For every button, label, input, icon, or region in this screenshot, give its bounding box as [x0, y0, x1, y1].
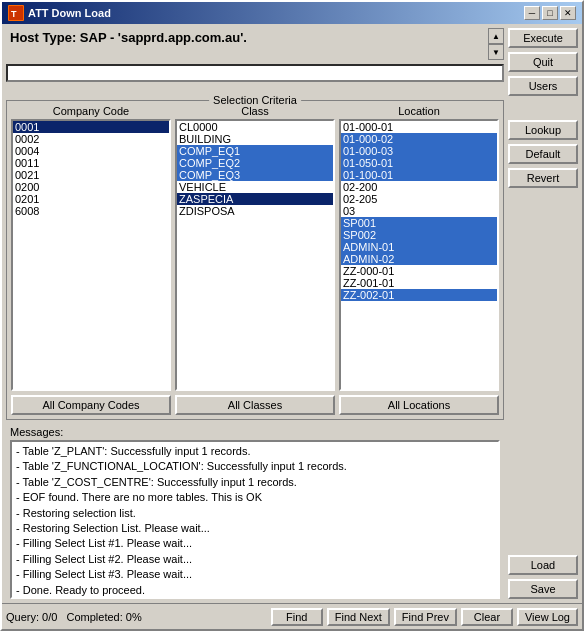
- list-item[interactable]: ADMIN-01: [341, 241, 497, 253]
- location-header: Location: [339, 105, 499, 117]
- message-line: - Done. Ready to proceed.: [16, 583, 494, 598]
- query-status: Query: 0/0 Completed: 0%: [6, 611, 267, 623]
- clear-button[interactable]: Clear: [461, 608, 513, 626]
- find-prev-button[interactable]: Find Prev: [394, 608, 457, 626]
- location-column: Location 01-000-0101-000-0201-000-0301-0…: [339, 105, 499, 391]
- list-item[interactable]: ZZ-000-01: [341, 265, 497, 277]
- message-line: - Filling Select List #3. Please wait...: [16, 567, 494, 582]
- list-item[interactable]: 01-050-01: [341, 157, 497, 169]
- list-item[interactable]: ZZ-001-01: [341, 277, 497, 289]
- list-item[interactable]: 01-000-01: [341, 121, 497, 133]
- list-item[interactable]: ZASPECIA: [177, 193, 333, 205]
- list-item[interactable]: 0200: [13, 181, 169, 193]
- right-side-buttons: Lookup Default Revert Load Save: [508, 100, 578, 599]
- close-button[interactable]: ✕: [560, 6, 576, 20]
- address-bar[interactable]: [6, 64, 504, 82]
- title-bar-left: T ATT Down Load: [8, 5, 111, 21]
- lookup-button[interactable]: Lookup: [508, 120, 578, 140]
- list-item[interactable]: ZZ-002-01: [341, 289, 497, 301]
- title-bar-controls: ─ □ ✕: [524, 6, 576, 20]
- message-line: - Table 'Z_FUNCTIONAL_LOCATION': Success…: [16, 459, 494, 474]
- list-item[interactable]: 0004: [13, 145, 169, 157]
- list-item[interactable]: 0201: [13, 193, 169, 205]
- svg-text:T: T: [11, 9, 17, 19]
- list-item[interactable]: 0011: [13, 157, 169, 169]
- list-item[interactable]: 03: [341, 205, 497, 217]
- revert-button[interactable]: Revert: [508, 168, 578, 188]
- company-code-column: Company Code 000100020004001100210200020…: [11, 105, 171, 391]
- save-button[interactable]: Save: [508, 579, 578, 599]
- list-item[interactable]: COMP_EQ3: [177, 169, 333, 181]
- messages-box[interactable]: - Table 'Z_PLANT': Successfully input 1 …: [10, 440, 500, 599]
- scroll-down-button[interactable]: ▼: [488, 44, 504, 60]
- message-line: - Filling Select List #1. Please wait...: [16, 536, 494, 551]
- messages-label: Messages:: [6, 424, 504, 440]
- status-bar: Query: 0/0 Completed: 0% Find Find Next …: [2, 603, 582, 629]
- list-item[interactable]: 0021: [13, 169, 169, 181]
- main-window: T ATT Down Load ─ □ ✕ Host Type: SAP - '…: [0, 0, 584, 631]
- class-listbox[interactable]: CL0000BUILDINGCOMP_EQ1COMP_EQ2COMP_EQ3VE…: [175, 119, 335, 391]
- list-item[interactable]: COMP_EQ2: [177, 157, 333, 169]
- list-item[interactable]: 01-000-02: [341, 133, 497, 145]
- company-code-listbox[interactable]: 00010002000400110021020002016008: [11, 119, 171, 391]
- list-item[interactable]: 02-200: [341, 181, 497, 193]
- company-code-header: Company Code: [11, 105, 171, 117]
- list-item[interactable]: 01-100-01: [341, 169, 497, 181]
- list-item[interactable]: COMP_EQ1: [177, 145, 333, 157]
- app-icon: T: [8, 5, 24, 21]
- list-item[interactable]: BUILDING: [177, 133, 333, 145]
- class-column: Class CL0000BUILDINGCOMP_EQ1COMP_EQ2COMP…: [175, 105, 335, 391]
- list-item[interactable]: 0001: [13, 121, 169, 133]
- title-bar: T ATT Down Load ─ □ ✕: [2, 2, 582, 24]
- scroll-up-button[interactable]: ▲: [488, 28, 504, 44]
- users-button[interactable]: Users: [508, 76, 578, 96]
- message-line: - Restoring Selection List. Please wait.…: [16, 521, 494, 536]
- selection-legend: Selection Criteria: [209, 94, 301, 106]
- quit-button[interactable]: Quit: [508, 52, 578, 72]
- message-line: - Table 'Z_COST_CENTRE': Successfully in…: [16, 475, 494, 490]
- location-listbox[interactable]: 01-000-0101-000-0201-000-0301-050-0101-1…: [339, 119, 499, 391]
- list-item[interactable]: 01-000-03: [341, 145, 497, 157]
- list-item[interactable]: VEHICLE: [177, 181, 333, 193]
- find-next-button[interactable]: Find Next: [327, 608, 390, 626]
- all-classes-button[interactable]: All Classes: [175, 395, 335, 415]
- list-item[interactable]: 6008: [13, 205, 169, 217]
- selection-criteria-group: Selection Criteria Company Code 00010002…: [6, 100, 504, 420]
- list-item[interactable]: ADMIN-02: [341, 253, 497, 265]
- message-line: - EOF found. There are no more tables. T…: [16, 490, 494, 505]
- load-button[interactable]: Load: [508, 555, 578, 575]
- list-item[interactable]: 02-205: [341, 193, 497, 205]
- list-item[interactable]: CL0000: [177, 121, 333, 133]
- view-log-button[interactable]: View Log: [517, 608, 578, 626]
- all-locations-button[interactable]: All Locations: [339, 395, 499, 415]
- minimize-button[interactable]: ─: [524, 6, 540, 20]
- message-line: - Filling Select List #2. Please wait...: [16, 552, 494, 567]
- maximize-button[interactable]: □: [542, 6, 558, 20]
- all-company-codes-button[interactable]: All Company Codes: [11, 395, 171, 415]
- execute-button[interactable]: Execute: [508, 28, 578, 48]
- class-header: Class: [175, 105, 335, 117]
- all-buttons-row: All Company Codes All Classes All Locati…: [11, 395, 499, 415]
- default-button[interactable]: Default: [508, 144, 578, 164]
- list-item[interactable]: SP002: [341, 229, 497, 241]
- list-item[interactable]: 0002: [13, 133, 169, 145]
- message-line: - Table 'Z_PLANT': Successfully input 1 …: [16, 444, 494, 459]
- find-button[interactable]: Find: [271, 608, 323, 626]
- list-item[interactable]: ZDISPOSA: [177, 205, 333, 217]
- host-label: Host Type: SAP - 'sapprd.app.com.au'.: [6, 28, 488, 47]
- window-title: ATT Down Load: [28, 7, 111, 19]
- list-item[interactable]: SP001: [341, 217, 497, 229]
- message-line: - Restoring selection list.: [16, 506, 494, 521]
- messages-area: Messages: - Table 'Z_PLANT': Successfull…: [6, 424, 504, 599]
